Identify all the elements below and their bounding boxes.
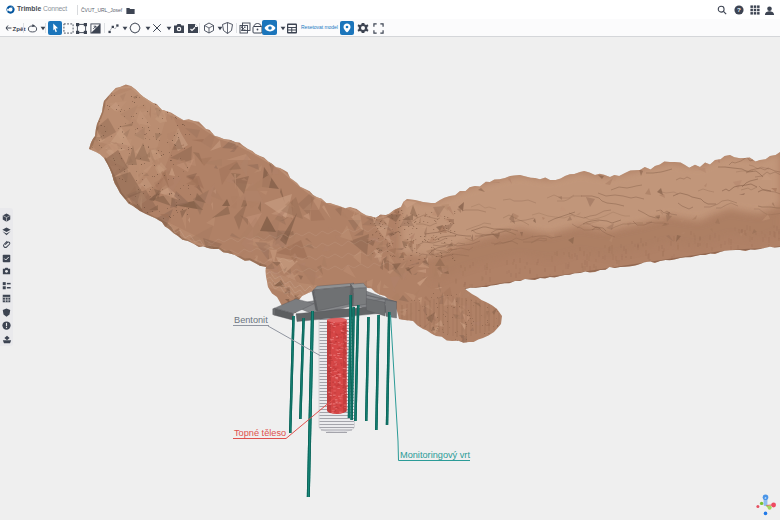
svg-text:Monitoringový vrt: Monitoringový vrt — [400, 450, 470, 460]
svg-text:z: z — [765, 495, 767, 500]
svg-text:Bentonit: Bentonit — [234, 315, 268, 325]
svg-text:?: ? — [737, 6, 741, 13]
svg-text:Topné těleso: Topné těleso — [234, 428, 286, 438]
